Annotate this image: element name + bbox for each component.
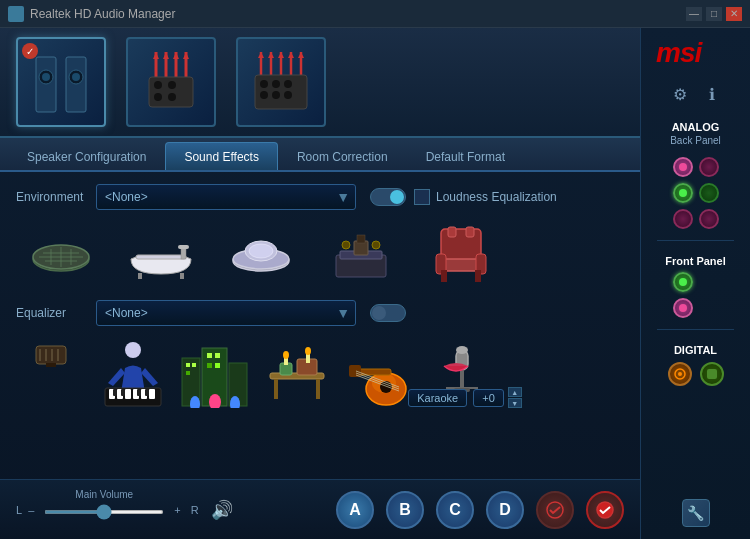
environment-dropdown[interactable]: <None> <box>96 184 356 210</box>
eq-guitar-icon[interactable] <box>344 338 414 408</box>
svg-rect-125 <box>707 369 717 379</box>
karaoke-spinner[interactable]: ▲ ▼ <box>508 387 522 408</box>
volume-section: L – Main Volume + R 🔊 <box>16 499 324 521</box>
tab-speaker-configuration[interactable]: Speaker Configuration <box>8 142 165 170</box>
back-jack-pink3[interactable] <box>673 209 693 229</box>
speaker-header: ✓ <box>0 28 640 138</box>
wrench-button[interactable]: 🔧 <box>682 499 710 527</box>
app-icon <box>8 6 24 22</box>
minimize-button[interactable]: — <box>686 7 702 21</box>
volume-label: Main Volume <box>75 489 133 500</box>
env-stone-icon[interactable] <box>26 224 96 284</box>
svg-point-104 <box>283 351 289 359</box>
action-a-button[interactable]: A <box>336 491 374 529</box>
active-checkmark: ✓ <box>22 43 38 59</box>
back-jack-green2[interactable] <box>699 183 719 203</box>
speaker-svg <box>31 47 91 117</box>
environment-dropdown-container: <None> ▼ <box>96 184 356 210</box>
svg-rect-117 <box>460 370 464 388</box>
close-button[interactable]: ✕ <box>726 7 742 21</box>
svg-rect-65 <box>441 270 447 282</box>
equalizer-toggle[interactable] <box>370 304 406 322</box>
spdif-in-icon[interactable] <box>700 362 724 386</box>
confirm-button[interactable] <box>536 491 574 529</box>
volume-slider[interactable] <box>44 510 164 514</box>
speaker-2ch-icon[interactable]: ✓ <box>16 37 106 127</box>
front-jack-green[interactable] <box>673 272 693 292</box>
svg-marker-13 <box>183 52 189 59</box>
back-panel-jacks-row3 <box>673 209 719 229</box>
digital-section: DIGITAL <box>647 338 744 386</box>
content-area: Environment <None> ▼ Loudness Equalizati… <box>0 172 640 479</box>
back-panel-jacks-row2 <box>673 183 719 203</box>
karaoke-label: Karaoke <box>408 389 467 407</box>
environment-toggle[interactable] <box>370 188 406 206</box>
eq-pop-icon[interactable] <box>180 338 250 408</box>
loudness-checkbox[interactable] <box>414 189 430 205</box>
env-stone-corridor-icon[interactable] <box>426 224 496 284</box>
svg-point-57 <box>342 241 350 249</box>
karaoke-up-button[interactable]: ▲ <box>508 387 522 397</box>
back-jack-pink4[interactable] <box>699 209 719 229</box>
eq-karaoke-icon[interactable]: Karaoke +0 ▲ ▼ <box>426 338 496 408</box>
back-panel-jacks-row1 <box>673 157 719 177</box>
eq-toggle-thumb <box>372 306 386 320</box>
digital-icons <box>668 362 724 386</box>
tab-default-format[interactable]: Default Format <box>407 142 524 170</box>
svg-marker-10 <box>153 52 159 59</box>
action-b-button[interactable]: B <box>386 491 424 529</box>
spdif-out-icon[interactable] <box>668 362 692 386</box>
digital-label: DIGITAL <box>674 344 717 356</box>
svg-marker-25 <box>268 52 274 58</box>
back-jack-green1[interactable] <box>673 183 693 203</box>
eq-rock-icon[interactable] <box>16 338 86 408</box>
svg-rect-48 <box>178 245 189 249</box>
svg-point-2 <box>42 73 50 81</box>
eq-classical-icon[interactable] <box>262 338 332 408</box>
svg-marker-11 <box>163 52 169 59</box>
svg-rect-56 <box>357 235 365 243</box>
svg-rect-44 <box>136 255 186 259</box>
tab-sound-effects[interactable]: Sound Effects <box>165 142 278 170</box>
svg-rect-72 <box>46 363 56 367</box>
back-jack-pink2[interactable] <box>699 157 719 177</box>
front-empty-slot <box>699 272 719 292</box>
info-icon[interactable]: ℹ <box>701 83 723 105</box>
minus-label: – <box>28 504 34 516</box>
equalizer-label: Equalizer <box>16 306 96 320</box>
toggle-thumb <box>390 190 404 204</box>
svg-rect-67 <box>36 346 66 364</box>
svg-point-73 <box>125 342 141 358</box>
l-label: L <box>16 504 22 516</box>
speaker-icon: 🔊 <box>211 499 233 521</box>
svg-rect-81 <box>113 389 117 396</box>
env-concert-hall-icon[interactable] <box>326 224 396 284</box>
svg-rect-46 <box>180 273 184 279</box>
svg-point-58 <box>372 241 380 249</box>
speaker-4ch-icon[interactable] <box>126 37 216 127</box>
settings-icons-row: ⚙ ℹ <box>669 83 723 105</box>
front-panel-jacks-row1 <box>673 272 719 292</box>
svg-rect-91 <box>207 353 212 358</box>
maximize-button[interactable]: □ <box>706 7 722 21</box>
divider-2 <box>657 329 735 330</box>
tab-room-correction[interactable]: Room Correction <box>278 142 407 170</box>
speaker-6ch-icon[interactable] <box>236 37 326 127</box>
back-jack-pink1[interactable] <box>673 157 693 177</box>
svg-rect-92 <box>215 353 220 358</box>
loudness-label: Loudness Equalization <box>436 190 557 204</box>
env-auditorium-icon[interactable] <box>226 224 296 284</box>
karaoke-down-button[interactable]: ▼ <box>508 398 522 408</box>
cables-svg <box>141 47 201 117</box>
env-bathroom-icon[interactable] <box>126 224 196 284</box>
svg-point-116 <box>456 346 468 354</box>
front-jack-pink[interactable] <box>673 298 693 318</box>
equalizer-dropdown-container: <None> ▼ <box>96 300 356 326</box>
cancel-button[interactable] <box>586 491 624 529</box>
action-c-button[interactable]: C <box>436 491 474 529</box>
main-container: ✓ <box>0 28 750 539</box>
eq-jazz-icon[interactable] <box>98 338 168 408</box>
settings-icon[interactable]: ⚙ <box>669 83 691 105</box>
equalizer-dropdown[interactable]: <None> <box>96 300 356 326</box>
action-d-button[interactable]: D <box>486 491 524 529</box>
